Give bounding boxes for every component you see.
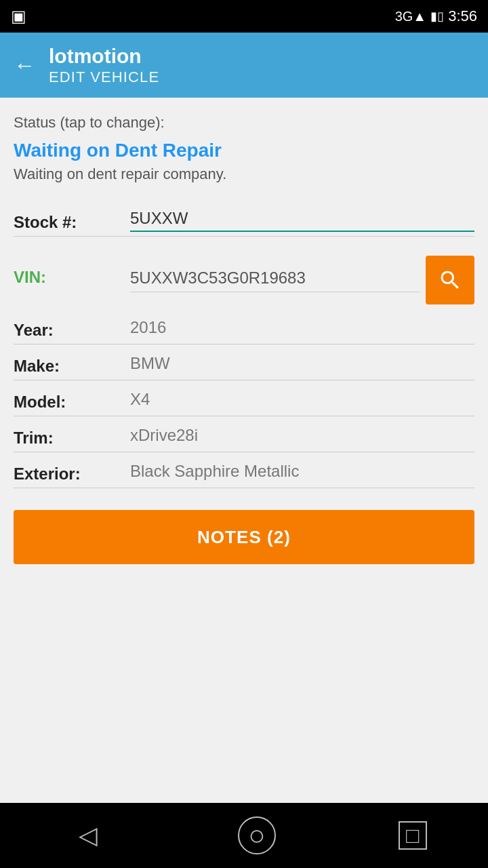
- year-input[interactable]: [130, 318, 474, 340]
- stock-input[interactable]: [130, 209, 474, 232]
- sim-icon: ▣: [11, 7, 26, 26]
- network-icon: 3G▲: [395, 9, 426, 24]
- back-button[interactable]: ←: [14, 54, 35, 76]
- vin-label: VIN:: [14, 268, 122, 287]
- main-content: Status (tap to change): Waiting on Dent …: [0, 98, 488, 803]
- app-bar-titles: lotmotion EDIT VEHICLE: [49, 44, 159, 86]
- bottom-nav: ◁ ○ □: [0, 803, 488, 868]
- trim-input[interactable]: [130, 426, 474, 448]
- status-description: Waiting on dent repair company.: [14, 165, 474, 183]
- model-label: Model:: [14, 393, 122, 412]
- app-bar: ← lotmotion EDIT VEHICLE: [0, 33, 488, 98]
- vin-row-inner: [130, 246, 474, 309]
- status-bar: ▣ 3G▲ ▮▯ 3:56: [0, 0, 488, 33]
- stock-label: Stock #:: [14, 213, 122, 232]
- status-label: Status (tap to change):: [14, 114, 474, 132]
- status-value[interactable]: Waiting on Dent Repair: [14, 140, 474, 161]
- year-label: Year:: [14, 321, 122, 340]
- make-label: Make:: [14, 357, 122, 376]
- year-row: Year:: [14, 309, 474, 344]
- status-bar-icons: 3G▲ ▮▯ 3:56: [395, 7, 477, 25]
- exterior-input[interactable]: [130, 462, 474, 484]
- vin-input[interactable]: [130, 269, 420, 292]
- trim-label: Trim:: [14, 429, 122, 448]
- search-icon: [438, 268, 462, 292]
- status-time: 3:56: [448, 7, 477, 25]
- model-input[interactable]: [130, 390, 474, 412]
- make-row: Make:: [14, 344, 474, 380]
- app-subtitle: EDIT VEHICLE: [49, 68, 159, 86]
- make-input[interactable]: [130, 354, 474, 376]
- vin-row: VIN:: [14, 237, 474, 309]
- vin-input-wrap: [130, 246, 474, 309]
- notes-button[interactable]: NOTES (2): [14, 510, 474, 564]
- nav-back-button[interactable]: ◁: [61, 808, 115, 863]
- nav-home-button[interactable]: ○: [238, 816, 276, 854]
- model-row: Model:: [14, 380, 474, 416]
- exterior-label: Exterior:: [14, 465, 122, 484]
- trim-row: Trim:: [14, 416, 474, 452]
- stock-row: Stock #:: [14, 199, 474, 237]
- battery-icon: ▮▯: [430, 9, 444, 24]
- vin-search-button[interactable]: [426, 256, 474, 304]
- exterior-row: Exterior:: [14, 452, 474, 488]
- status-section[interactable]: Status (tap to change): Waiting on Dent …: [0, 98, 488, 194]
- nav-recent-button[interactable]: □: [399, 821, 427, 850]
- form-section: Stock #: VIN: Year:: [0, 194, 488, 488]
- app-title: lotmotion: [49, 44, 159, 68]
